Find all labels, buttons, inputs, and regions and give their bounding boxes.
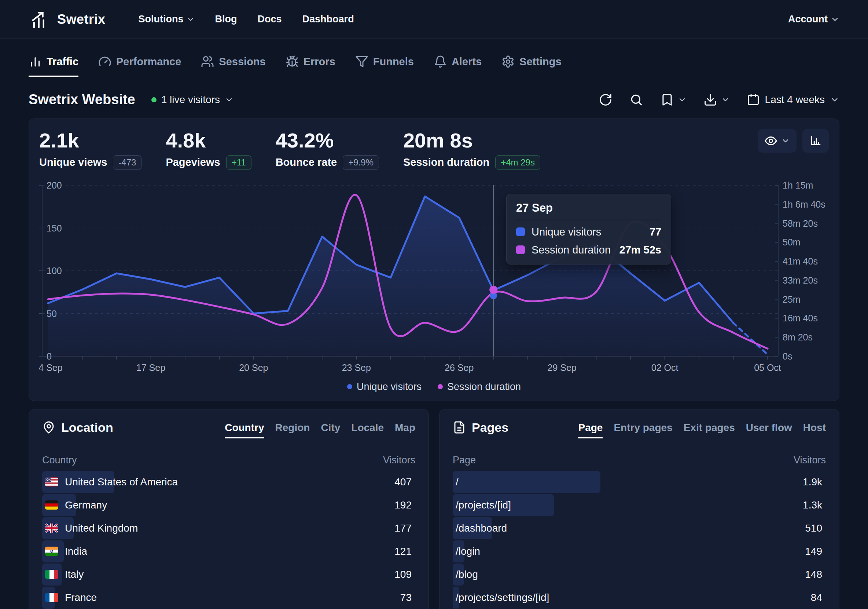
tab-funnels[interactable]: Funnels [355, 55, 414, 77]
tab-exit-pages[interactable]: Exit pages [684, 422, 735, 438]
svg-text:29 Sep: 29 Sep [548, 362, 577, 373]
table-row[interactable]: /1.9k [453, 471, 826, 493]
metric-change-badge: +11 [226, 155, 251, 170]
chart-type-button[interactable] [802, 129, 829, 152]
svg-text:0s: 0s [783, 351, 792, 361]
nav-link-docs[interactable]: Docs [258, 14, 282, 25]
swetrix-logo-icon [29, 10, 51, 29]
bar-chart-icon [29, 55, 42, 68]
export-button[interactable] [704, 93, 730, 107]
row-label: /projects/settings/[id] [456, 592, 549, 603]
row-label: United States of America [65, 476, 178, 488]
nav-link-dashboard[interactable]: Dashboard [302, 14, 354, 25]
svg-text:150: 150 [46, 223, 62, 233]
nav-link-blog[interactable]: Blog [215, 14, 237, 25]
row-value: 1.9k [803, 476, 822, 488]
table-row[interactable]: Germany192 [42, 494, 415, 516]
tab-region[interactable]: Region [275, 422, 310, 438]
tab-performance[interactable]: Performance [98, 55, 181, 77]
funnel-icon [355, 55, 368, 68]
tab-user-flow[interactable]: User flow [746, 422, 792, 438]
gear-icon [501, 55, 515, 68]
table-row[interactable]: Italy109 [42, 564, 415, 586]
row-label: / [456, 476, 459, 488]
svg-text:1h 15m: 1h 15m [783, 180, 813, 190]
tab-host[interactable]: Host [803, 422, 826, 438]
legend-dot [347, 384, 352, 389]
svg-text:17 Sep: 17 Sep [136, 362, 165, 373]
pages-tabs: PageEntry pagesExit pagesUser flowHost [578, 422, 826, 438]
map-pin-icon [42, 421, 55, 434]
metric-change-badge: -473 [113, 155, 141, 170]
account-menu[interactable]: Account [788, 14, 839, 25]
metric-bounce-rate[interactable]: 43.2%Bounce rate+9.9% [276, 130, 379, 170]
metric-unique-views[interactable]: 2.1kUnique views-473 [39, 130, 141, 170]
metric-session-duration[interactable]: 20m 8sSession duration+4m 29s [403, 130, 540, 170]
nav-links: Solutions Blog Docs Dashboard [139, 14, 354, 25]
row-label: /blog [456, 569, 478, 580]
chevron-down-icon [187, 16, 195, 23]
row-value: 192 [394, 499, 412, 511]
tab-map[interactable]: Map [395, 422, 415, 438]
nav-link-solutions[interactable]: Solutions [139, 14, 195, 25]
dashboard-tabs: TrafficPerformanceSessionsErrorsFunnelsA… [29, 55, 839, 77]
unique-visitors-swatch [516, 227, 525, 236]
tab-entry-pages[interactable]: Entry pages [614, 422, 672, 438]
table-row[interactable]: India121 [42, 541, 415, 562]
download-icon [704, 93, 717, 107]
bar-chart-icon [809, 134, 822, 148]
traffic-chart[interactable]: 0501001502000s8m 20s16m 40s25m33m 20s41m… [39, 178, 829, 379]
live-visitors-button[interactable]: 1 live visitors [151, 94, 234, 106]
metric-pageviews[interactable]: 4.8kPageviews+11 [166, 130, 251, 170]
metric-change-badge: +9.9% [343, 155, 379, 170]
refresh-icon [598, 93, 612, 107]
tab-traffic[interactable]: Traffic [29, 55, 78, 77]
svg-text:58m 20s: 58m 20s [783, 218, 818, 228]
tab-page[interactable]: Page [578, 422, 603, 438]
tab-locale[interactable]: Locale [351, 422, 384, 438]
legend-item[interactable]: Unique visitors [347, 381, 422, 393]
legend-item[interactable]: Session duration [438, 381, 521, 393]
chart-legend: Unique visitorsSession duration [39, 381, 829, 393]
svg-text:8m 20s: 8m 20s [783, 332, 813, 342]
tab-country[interactable]: Country [225, 422, 264, 438]
row-label: France [65, 592, 97, 603]
table-row[interactable]: United Kingdom177 [42, 517, 415, 539]
table-row[interactable]: /projects/[id]1.3k [453, 494, 826, 516]
bookmark-button[interactable] [660, 93, 687, 107]
svg-text:100: 100 [46, 266, 62, 276]
calendar-icon [747, 93, 760, 106]
tab-city[interactable]: City [321, 422, 340, 438]
tab-errors[interactable]: Errors [285, 55, 335, 77]
search-button[interactable] [629, 93, 643, 107]
bell-icon [434, 55, 447, 68]
table-row[interactable]: /login149 [453, 541, 826, 562]
file-icon [453, 421, 466, 434]
table-row[interactable]: France73 [42, 587, 415, 609]
svg-text:41m 40s: 41m 40s [783, 256, 818, 266]
traffic-chart-svg: 0501001502000s8m 20s16m 40s25m33m 20s41m… [39, 178, 829, 379]
table-row[interactable]: /blog148 [453, 564, 826, 586]
bug-icon [285, 55, 299, 68]
tab-sessions[interactable]: Sessions [201, 55, 265, 77]
svg-text:26 Sep: 26 Sep [445, 362, 474, 373]
flag-in-icon [45, 547, 58, 556]
svg-text:20 Sep: 20 Sep [239, 362, 268, 373]
row-value: 407 [394, 476, 412, 488]
swetrix-logo[interactable]: Swetrix [29, 10, 105, 29]
row-label: United Kingdom [65, 522, 138, 534]
metrics-visibility-button[interactable] [758, 129, 797, 152]
tab-settings[interactable]: Settings [501, 55, 561, 77]
gauge-icon [98, 55, 112, 68]
table-row[interactable]: United States of America407 [42, 471, 415, 493]
refresh-button[interactable] [598, 93, 612, 107]
tooltip-row: Unique visitors 77 [516, 226, 661, 238]
live-dot [151, 97, 157, 103]
table-row[interactable]: /dashboard510 [453, 517, 826, 539]
main-content: TrafficPerformanceSessionsErrorsFunnelsA… [0, 55, 868, 609]
tab-alerts[interactable]: Alerts [434, 55, 482, 77]
chevron-down-icon [781, 137, 790, 145]
svg-text:25m: 25m [783, 294, 801, 304]
date-range-picker[interactable]: Last 4 weeks [747, 93, 839, 106]
table-row[interactable]: /projects/settings/[id]84 [453, 587, 826, 609]
